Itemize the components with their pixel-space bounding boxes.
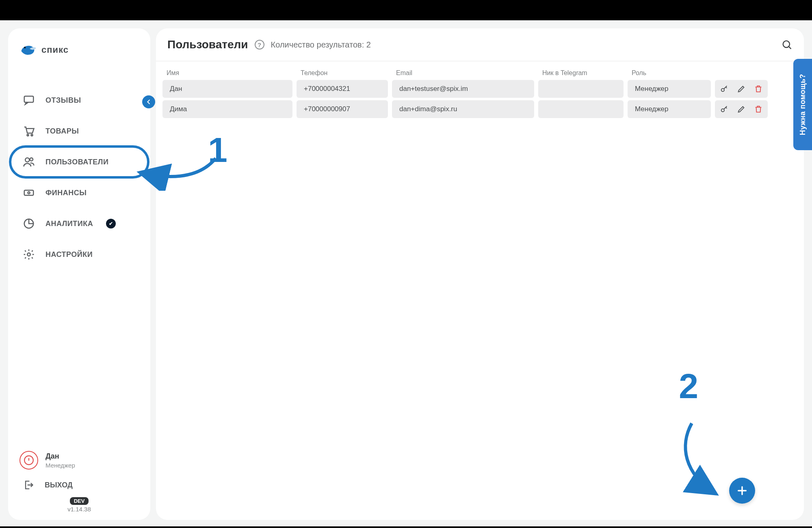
results-count: Количество результатов: 2 bbox=[271, 40, 371, 50]
annotation-number-1: 1 bbox=[208, 130, 227, 170]
search-button[interactable] bbox=[781, 39, 793, 50]
sidebar-nav: ОТЗЫВЫ ТОВАРЫ ПОЛЬЗОВАТЕЛИ ФИНАНСЫ АНАЛИ… bbox=[15, 87, 143, 268]
delete-button[interactable] bbox=[754, 104, 763, 114]
plus-icon bbox=[736, 485, 748, 496]
svg-point-11 bbox=[783, 41, 790, 47]
pencil-icon bbox=[737, 105, 746, 114]
sidebar-item-label: АНАЛИТИКА bbox=[45, 220, 93, 228]
user-role: Менеджер bbox=[45, 462, 75, 469]
current-user[interactable]: Дан Менеджер bbox=[15, 451, 143, 472]
page-title: Пользователи bbox=[167, 38, 248, 51]
svg-point-12 bbox=[721, 88, 724, 91]
cell-phone: +70000004321 bbox=[297, 80, 388, 98]
th-telegram: Ник в Telegram bbox=[542, 69, 628, 77]
svg-point-7 bbox=[28, 192, 30, 194]
help-tab[interactable]: Нужна помощь? bbox=[793, 59, 812, 150]
cell-role: Менеджер bbox=[628, 80, 711, 98]
row-actions bbox=[715, 100, 768, 118]
key-icon bbox=[720, 105, 729, 114]
money-icon bbox=[23, 187, 35, 199]
search-icon bbox=[781, 39, 793, 50]
link-button[interactable] bbox=[719, 104, 729, 114]
sidebar-item-label: ТОВАРЫ bbox=[45, 127, 79, 136]
user-text: Дан Менеджер bbox=[45, 452, 75, 469]
sidebar-item-label: ФИНАНСЫ bbox=[45, 189, 87, 197]
pencil-icon bbox=[737, 84, 746, 93]
svg-point-4 bbox=[25, 158, 29, 162]
svg-point-0 bbox=[24, 47, 26, 48]
delete-button[interactable] bbox=[754, 84, 763, 94]
key-icon bbox=[720, 84, 729, 93]
sidebar-item-finance[interactable]: ФИНАНСЫ bbox=[15, 179, 143, 206]
sidebar-collapse-button[interactable] bbox=[142, 95, 155, 108]
cell-name: Дан bbox=[162, 80, 292, 98]
sidebar-spacer bbox=[15, 268, 143, 451]
sidebar-item-products[interactable]: ТОВАРЫ bbox=[15, 118, 143, 144]
sidebar-item-label: ПОЛЬЗОВАТЕЛИ bbox=[45, 158, 108, 166]
th-role: Роль bbox=[632, 69, 715, 77]
brand-logo[interactable]: спикс bbox=[15, 40, 143, 59]
logout-icon bbox=[23, 479, 34, 491]
cell-email: dan+dima@spix.ru bbox=[392, 100, 534, 118]
svg-point-5 bbox=[30, 158, 33, 161]
version-row: DEV bbox=[15, 497, 143, 505]
help-icon[interactable]: ? bbox=[255, 40, 264, 50]
edit-button[interactable] bbox=[736, 84, 746, 94]
svg-point-13 bbox=[721, 109, 724, 112]
table-header: Имя Телефон Email Ник в Telegram Роль bbox=[162, 66, 797, 80]
sidebar-item-label: НАСТРОЙКИ bbox=[45, 250, 93, 259]
dev-pill: DEV bbox=[70, 497, 89, 505]
svg-point-2 bbox=[27, 134, 29, 136]
cell-telegram bbox=[538, 80, 624, 98]
cell-telegram bbox=[538, 100, 624, 118]
trash-icon bbox=[754, 105, 763, 114]
sidebar-item-analytics[interactable]: АНАЛИТИКА bbox=[15, 210, 143, 237]
svg-point-9 bbox=[27, 253, 30, 256]
add-user-fab[interactable] bbox=[729, 478, 755, 504]
logout-button[interactable]: ВЫХОД bbox=[15, 472, 143, 498]
sidebar-item-users[interactable]: ПОЛЬЗОВАТЕЛИ bbox=[15, 149, 143, 175]
logout-label: ВЫХОД bbox=[45, 481, 73, 489]
brand-name: спикс bbox=[41, 45, 69, 55]
page-header: Пользователи ? Количество результатов: 2 bbox=[156, 28, 804, 61]
check-badge-icon bbox=[106, 219, 116, 228]
sidebar-item-label: ОТЗЫВЫ bbox=[45, 96, 81, 105]
th-email: Email bbox=[396, 69, 538, 77]
sidebar: спикс ОТЗЫВЫ ТОВАРЫ ПОЛЬЗОВАТЕЛИ ФИНАНСЫ bbox=[8, 28, 150, 520]
annotation-number-2: 2 bbox=[679, 366, 698, 406]
th-phone: Телефон bbox=[301, 69, 392, 77]
sidebar-item-reviews[interactable]: ОТЗЫВЫ bbox=[15, 87, 143, 114]
table-row: Дима +70000000907 dan+dima@spix.ru Менед… bbox=[162, 100, 797, 118]
svg-rect-6 bbox=[24, 190, 34, 196]
alert-circle-icon bbox=[19, 451, 38, 470]
chat-icon bbox=[23, 94, 35, 106]
cell-name: Дима bbox=[162, 100, 292, 118]
link-button[interactable] bbox=[719, 84, 729, 94]
app-shell: спикс ОТЗЫВЫ ТОВАРЫ ПОЛЬЗОВАТЕЛИ ФИНАНСЫ bbox=[0, 20, 812, 528]
users-icon bbox=[23, 156, 35, 168]
row-actions bbox=[715, 80, 768, 98]
main-panel: Пользователи ? Количество результатов: 2… bbox=[156, 28, 804, 520]
svg-point-3 bbox=[31, 134, 33, 136]
header-left: Пользователи ? Количество результатов: 2 bbox=[167, 38, 371, 51]
cart-icon bbox=[23, 125, 35, 137]
bird-icon bbox=[19, 43, 37, 57]
th-name: Имя bbox=[167, 69, 297, 77]
bottom-strip bbox=[0, 526, 812, 528]
edit-button[interactable] bbox=[736, 104, 746, 114]
users-table: Имя Телефон Email Ник в Telegram Роль Да… bbox=[156, 61, 804, 121]
cell-email: dan+testuser@spix.im bbox=[392, 80, 534, 98]
help-tab-label: Нужна помощь? bbox=[799, 74, 807, 135]
svg-rect-1 bbox=[24, 96, 34, 102]
os-top-bar bbox=[0, 0, 812, 20]
table-row: Дан +70000004321 dan+testuser@spix.im Ме… bbox=[162, 80, 797, 98]
pie-icon bbox=[23, 218, 35, 230]
user-name: Дан bbox=[45, 452, 75, 461]
trash-icon bbox=[754, 84, 763, 93]
cell-phone: +70000000907 bbox=[297, 100, 388, 118]
gear-icon bbox=[23, 248, 35, 261]
chevron-left-icon bbox=[145, 99, 152, 105]
cell-role: Менеджер bbox=[628, 100, 711, 118]
app-version: v1.14.38 bbox=[15, 506, 143, 513]
sidebar-item-settings[interactable]: НАСТРОЙКИ bbox=[15, 241, 143, 268]
